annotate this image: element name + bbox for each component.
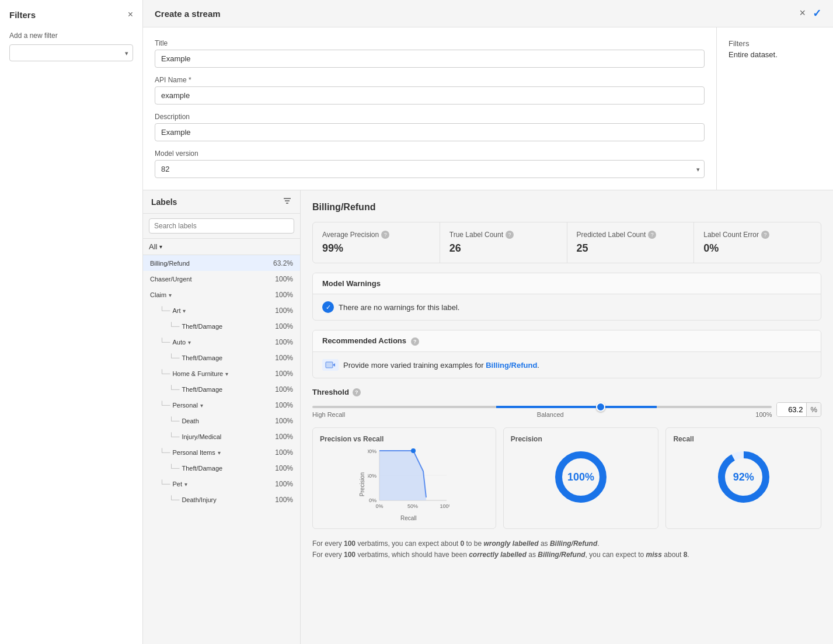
label-item[interactable]: └─Pet▾100% [143,476,300,492]
main-content: Create a stream × ✓ Title API Name * Des… [143,0,833,644]
footer-line2: For every 100 verbatims, which should ha… [312,549,821,561]
footer-billing-refund-1: Billing/Refund [550,539,597,548]
filter-select[interactable] [9,44,133,61]
model-version-row: Model version 82 ▾ [155,149,705,178]
charts-row: Precision vs Recall Precision [312,427,821,529]
panel-confirm-icon[interactable]: ✓ [813,7,821,20]
avg-precision-value: 99% [322,242,430,255]
label-count-error-label: Label Count Error ? [703,231,811,239]
footer-8: 8 [684,551,688,559]
panel-close-icon[interactable]: × [799,7,806,20]
panel-header: Create a stream × ✓ [143,0,833,27]
labels-header: Labels [143,190,300,214]
metrics-label-name: Billing/Refund [312,202,821,213]
filter-select-wrapper: ▾ [9,44,133,61]
prc-chart-title: Precision vs Recall [320,435,384,443]
label-item[interactable]: └─Art▾100% [143,302,300,318]
model-version-select-wrapper: 82 ▾ [155,160,705,178]
sidebar: Filters × Add a new filter ▾ [0,0,143,644]
recall-chart-box: Recall 92% [665,427,821,529]
labels-filter-icon[interactable] [283,196,292,207]
threshold-slider-container: High Recall Balanced 100% [312,401,772,418]
prc-y-label: Precision [359,472,365,496]
description-row: Description [155,113,705,141]
avg-precision-card: Average Precision ? 99% [313,222,440,263]
labels-filter-row[interactable]: All ▾ [143,239,300,255]
label-item[interactable]: └─Theft/Damage100% [143,318,300,334]
precision-chart-title: Precision [511,435,542,443]
title-input[interactable] [155,50,705,68]
action-row: Provide more varied training examples fo… [322,359,811,371]
label-item[interactable]: └─Home & Furniture▾100% [143,365,300,381]
predicted-label-count-help-icon[interactable]: ? [648,231,656,239]
labels-header-title: Labels [151,197,177,207]
svg-text:100%: 100% [368,448,377,454]
footer-line1: For every 100 verbatims, you can expect … [312,538,821,549]
threshold-value-box: % [776,402,821,417]
top-form-area: Title API Name * Description Model versi… [143,27,833,190]
label-item[interactable]: Claim▾100% [143,287,300,302]
threshold-header: Threshold ? [312,388,821,396]
label-count-error-value: 0% [703,242,811,255]
label-item[interactable]: └─Death100% [143,413,300,429]
svg-text:0%: 0% [375,503,383,509]
footer-wrongly-labelled: wrongly labelled [484,539,539,548]
label-item[interactable]: └─Injury/Medical100% [143,429,300,444]
label-item[interactable]: └─Death/Injury100% [143,492,300,507]
model-warnings-body: ✓ There are no warnings for this label. [313,294,821,320]
true-label-count-help-icon[interactable]: ? [506,231,514,239]
labels-list: Labels All ▾ Billing/Refund63.2%Chaser/U… [143,190,301,644]
recommended-actions-help-icon[interactable]: ? [411,337,419,346]
label-item[interactable]: └─Theft/Damage100% [143,350,300,365]
label-count-error-help-icon[interactable]: ? [761,231,769,239]
threshold-value-input[interactable] [777,403,806,416]
svg-text:50%: 50% [407,503,418,509]
threshold-controls: High Recall Balanced 100% % [312,401,821,418]
threshold-label: Threshold [312,388,349,396]
label-item[interactable]: └─Theft/Damage100% [143,381,300,397]
api-name-input[interactable] [155,86,705,105]
action-link[interactable]: Billing/Refund [486,361,537,370]
threshold-slider[interactable] [312,406,772,408]
title-row: Title [155,39,705,68]
label-item[interactable]: └─Auto▾100% [143,334,300,350]
threshold-help-icon[interactable]: ? [353,388,361,396]
prc-chart-area: 100% 50% 0% 0% 50% 100% Recall [368,448,449,521]
prc-x-label: Recall [368,515,449,521]
recall-donut-label: 92% [733,471,754,483]
labels-filter-all: All [149,242,157,251]
action-tag-icon [322,359,339,371]
label-item[interactable]: └─Personal Items▾100% [143,444,300,460]
footer-100-2: 100 [344,551,355,559]
api-name-label: API Name * [155,76,705,84]
recommended-actions-box: Recommended Actions ? Provide more varie… [312,330,821,378]
model-warnings-header: Model Warnings [313,273,821,294]
panel-title: Create a stream [155,9,221,19]
recommended-actions-header: Recommended Actions ? [313,330,821,352]
filters-info-value: Entire dataset. [729,50,821,59]
description-input[interactable] [155,123,705,141]
label-item[interactable]: Chaser/Urgent100% [143,271,300,287]
label-item[interactable]: └─Theft/Damage100% [143,460,300,476]
form-left: Title API Name * Description Model versi… [143,27,716,190]
svg-text:50%: 50% [368,473,377,479]
label-item[interactable]: └─Personal▾100% [143,397,300,413]
model-version-select[interactable]: 82 [155,160,705,178]
avg-precision-help-icon[interactable]: ? [381,231,389,239]
sidebar-close-icon[interactable]: × [128,9,133,20]
labels-search-input[interactable] [149,218,294,234]
avg-precision-label: Average Precision ? [322,231,430,239]
svg-text:0%: 0% [369,497,377,503]
predicted-label-count-card: Predicted Label Count ? 25 [567,222,695,263]
footer-text: For every 100 verbatims, you can expect … [312,538,821,561]
threshold-section: Threshold ? High Recall Balanced 100% [312,388,821,418]
label-item[interactable]: Billing/Refund63.2% [143,255,300,271]
threshold-pct-symbol: % [806,403,821,416]
recall-donut: 92% [715,448,773,506]
true-label-count-card: True Label Count ? 26 [440,222,567,263]
true-label-count-label: True Label Count ? [449,231,557,239]
precision-donut: 100% [552,448,610,506]
footer-100-1: 100 [344,539,355,548]
sidebar-header: Filters × [9,9,133,20]
check-circle-icon: ✓ [322,301,334,313]
